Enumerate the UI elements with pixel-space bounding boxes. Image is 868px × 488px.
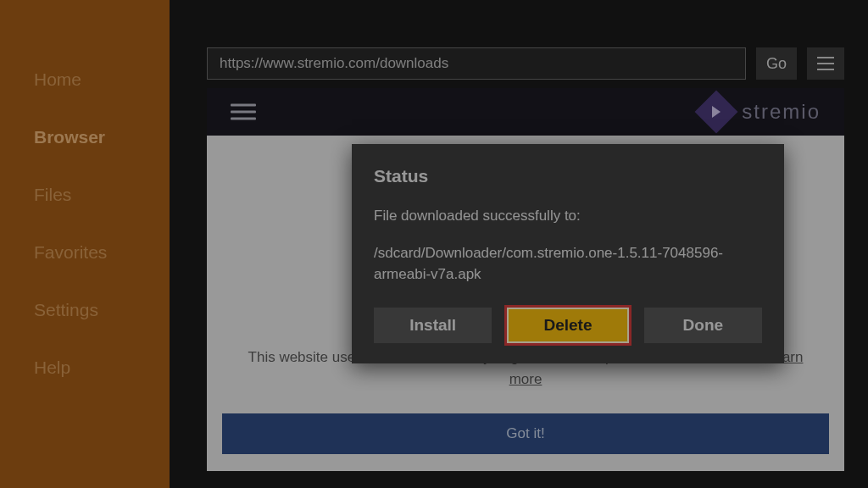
brand: stremio	[701, 97, 821, 127]
gotit-button[interactable]: Got it!	[222, 413, 829, 454]
dialog-file-path: /sdcard/Downloader/com.stremio.one-1.5.1…	[374, 242, 762, 286]
sidebar: Home Browser Files Favorites Settings He…	[0, 0, 170, 488]
sidebar-item-files[interactable]: Files	[0, 166, 170, 224]
sidebar-item-help[interactable]: Help	[0, 339, 170, 396]
sidebar-item-browser[interactable]: Browser	[0, 108, 170, 166]
sidebar-item-settings[interactable]: Settings	[0, 281, 170, 339]
hamburger-icon	[231, 104, 256, 107]
stremio-logo-icon	[695, 91, 738, 134]
dialog-button-row: Install Delete Done	[374, 308, 762, 343]
menu-button[interactable]	[807, 47, 844, 80]
main: Go stremio	[170, 0, 868, 488]
dialog-message: File downloaded successfully to:	[374, 205, 762, 227]
sidebar-item-home[interactable]: Home	[0, 51, 170, 108]
url-input[interactable]	[207, 47, 746, 80]
done-button[interactable]: Done	[644, 308, 762, 343]
go-button[interactable]: Go	[756, 47, 797, 80]
app-root: Home Browser Files Favorites Settings He…	[0, 0, 868, 488]
dialog-title: Status	[374, 166, 762, 186]
brand-text: stremio	[742, 100, 821, 124]
sidebar-item-favorites[interactable]: Favorites	[0, 224, 170, 281]
delete-button[interactable]: Delete	[507, 308, 628, 343]
install-button[interactable]: Install	[374, 308, 492, 343]
site-header: stremio	[207, 88, 844, 136]
url-bar-row: Go	[170, 0, 868, 93]
hamburger-icon	[817, 57, 834, 58]
site-menu-button[interactable]	[231, 104, 256, 120]
status-dialog: Status File downloaded successfully to: …	[352, 144, 784, 363]
